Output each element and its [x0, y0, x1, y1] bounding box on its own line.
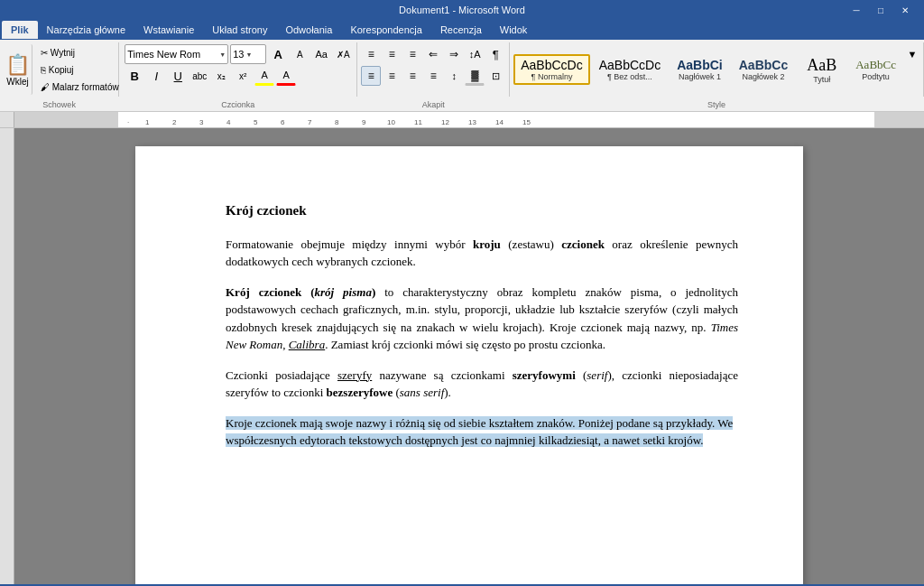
ribbon: 📋 Wklej ✂ Wytnij ⎘ Kopiuj 🖌 Malarz forma…	[0, 40, 924, 112]
menu-tab-odwolania[interactable]: Odwołania	[276, 21, 341, 39]
minimize-button[interactable]: ─	[845, 2, 868, 18]
subscript-button[interactable]: x₂	[211, 66, 231, 86]
show-marks-button[interactable]: ¶	[485, 44, 505, 64]
styles-more-button[interactable]: ▼	[905, 44, 919, 64]
menu-tab-plik[interactable]: Plik	[2, 21, 38, 39]
align-left-button[interactable]: ≡	[361, 66, 381, 86]
align-right-button[interactable]: ≡	[402, 66, 422, 86]
decrease-indent-button[interactable]: ⇐	[423, 44, 443, 64]
styles-group: AaBbCcDc ¶ Normalny AaBbCcDc ¶ Bez odst.…	[510, 42, 924, 97]
ruler-right-margin	[874, 112, 924, 127]
menu-tab-korespondencja[interactable]: Korespondencja	[341, 21, 431, 39]
style-heading2[interactable]: AaBbCc Nagłówek 2	[732, 54, 795, 85]
style-no-spacing-preview: AaBbCcDc	[599, 58, 661, 72]
font-group: Times New Rom ▼ 13 ▼ A A Aa ✗A B I U abc…	[119, 42, 357, 97]
menu-bar: Plik Narzędzia główne Wstawianie Układ s…	[0, 20, 924, 40]
doc-para3-text: Czcionki posiadające szeryfy nazywane są…	[226, 368, 738, 400]
style-title-preview: AaB	[807, 56, 836, 75]
window-controls: ─ □ ✕	[845, 2, 917, 18]
page-scroll[interactable]: Krój czcionek Formatowanie obejmuje międ…	[14, 128, 924, 584]
paste-button[interactable]: 📋 Wklej	[4, 44, 32, 95]
font-grow-button[interactable]: A	[268, 44, 288, 64]
menu-tab-wstawianie[interactable]: Wstawianie	[134, 21, 203, 39]
ruler-area: · 1 2 3 4 5 6 7 8 9 10 11 12 13 14 15	[0, 112, 924, 128]
doc-para2-bold: Krój czcionek (krój pisma)	[226, 285, 375, 299]
style-no-spacing-label: ¶ Bez odst...	[607, 72, 652, 81]
document-page[interactable]: Krój czcionek Formatowanie obejmuje międ…	[135, 146, 803, 584]
font-name-caret-icon: ▼	[219, 51, 226, 58]
style-subtitle-label: Podtytu	[862, 72, 890, 81]
shading-button[interactable]: ▓	[465, 66, 485, 86]
strikethrough-button[interactable]: abc	[189, 66, 209, 86]
doc-para1: Formatowanie obejmuje między innymi wybó…	[226, 236, 738, 271]
clipboard-label: Schowek	[42, 100, 76, 109]
font-size-value: 13	[233, 49, 244, 60]
style-normal-preview: AaBbCcDc	[521, 58, 582, 72]
font-size-dropdown[interactable]: 13 ▼	[230, 44, 266, 64]
style-heading1-label: Nagłówek 1	[679, 72, 721, 81]
menu-tab-widok[interactable]: Widok	[491, 21, 537, 39]
style-no-spacing[interactable]: AaBbCcDc ¶ Bez odst...	[592, 54, 668, 85]
copy-button[interactable]: ⎘ Kopiuj	[36, 61, 124, 78]
style-heading2-label: Nagłówek 2	[742, 72, 784, 81]
style-heading2-preview: AaBbCc	[739, 58, 788, 72]
bullets-button[interactable]: ≡	[361, 44, 381, 64]
doc-para4: Kroje czcionek mają swoje nazwy i różnią…	[226, 416, 733, 448]
font-color-button[interactable]: A	[276, 66, 296, 86]
ruler-corner	[0, 112, 14, 127]
close-button[interactable]: ✕	[893, 2, 917, 18]
clipboard-group: 📋 Wklej ✂ Wytnij ⎘ Kopiuj 🖌 Malarz forma…	[0, 42, 119, 97]
doc-para2: Krój czcionek (krój pisma) to charaktery…	[226, 284, 738, 354]
paragraph-group-label: Akapit	[422, 100, 445, 109]
sort-button[interactable]: ↕A	[465, 44, 485, 64]
change-case-button[interactable]: Aa	[311, 44, 331, 64]
styles-group-label: Style	[707, 100, 725, 109]
style-heading1-preview: AaBbCi	[677, 58, 723, 72]
underline-button[interactable]: U	[168, 66, 188, 86]
ruler-left-margin	[14, 112, 118, 127]
font-shrink-button[interactable]: A	[290, 44, 310, 64]
menu-tab-narzedzia[interactable]: Narzędzia główne	[38, 21, 134, 39]
paragraph-group: ≡ ≡ ≡ ⇐ ⇒ ↕A ¶ ≡ ≡ ≡ ≡ ↕ ▓ ⊡ Akapit	[357, 42, 510, 97]
text-highlight-button[interactable]: A	[254, 66, 274, 86]
style-normal-label: ¶ Normalny	[531, 72, 573, 81]
superscript-button[interactable]: x²	[233, 66, 253, 86]
borders-button[interactable]: ⊡	[485, 66, 505, 86]
font-size-caret-icon: ▼	[246, 51, 253, 58]
vertical-ruler	[0, 128, 14, 584]
doc-para4-container: Kroje czcionek mają swoje nazwy i różnią…	[226, 414, 738, 450]
multilevel-button[interactable]: ≡	[402, 44, 422, 64]
align-center-button[interactable]: ≡	[382, 66, 402, 86]
numbering-button[interactable]: ≡	[382, 44, 402, 64]
paste-icon: 📋	[5, 53, 30, 77]
line-spacing-button[interactable]: ↕	[444, 66, 464, 86]
clear-format-button[interactable]: ✗A	[333, 44, 353, 64]
bold-button[interactable]: B	[125, 66, 144, 86]
title-bar: Dokument1 - Microsoft Word ─ □ ✕	[0, 0, 924, 20]
menu-tab-uklad[interactable]: Układ strony	[203, 21, 276, 39]
font-group-label: Czcionka	[221, 100, 254, 109]
font-name-dropdown[interactable]: Times New Rom ▼	[125, 44, 228, 64]
window-title: Dokument1 - Microsoft Word	[79, 5, 845, 15]
style-subtitle-preview: AaBbCc	[855, 58, 896, 72]
content-area: Krój czcionek Formatowanie obejmuje międ…	[0, 128, 924, 584]
style-subtitle[interactable]: AaBbCc Podtytu	[848, 54, 903, 85]
style-title-label: Tytuł	[813, 75, 830, 84]
italic-button[interactable]: I	[146, 66, 166, 86]
increase-indent-button[interactable]: ⇒	[444, 44, 464, 64]
style-title[interactable]: AaB Tytuł	[797, 52, 846, 88]
style-heading1[interactable]: AaBbCi Nagłówek 1	[670, 54, 730, 85]
ruler-active: · 1 2 3 4 5 6 7 8 9 10 11 12 13 14 15	[118, 112, 874, 127]
paste-label: Wklej	[6, 77, 28, 87]
doc-para3: Czcionki posiadające szeryfy nazywane są…	[226, 367, 738, 402]
format-painter-button[interactable]: 🖌 Malarz formatów	[36, 79, 124, 95]
clipboard-small-buttons: ✂ Wytnij ⎘ Kopiuj 🖌 Malarz formatów	[32, 44, 124, 95]
style-normal[interactable]: AaBbCcDc ¶ Normalny	[513, 54, 589, 85]
doc-para1-text1: Formatowanie obejmuje między innymi wybó…	[226, 237, 738, 269]
menu-tab-recenzja[interactable]: Recenzja	[431, 21, 491, 39]
maximize-button[interactable]: □	[869, 2, 892, 18]
cut-button[interactable]: ✂ Wytnij	[36, 44, 124, 60]
justify-button[interactable]: ≡	[423, 66, 443, 86]
doc-heading: Krój czcionek	[226, 200, 738, 221]
font-name-value: Times New Rom	[127, 49, 217, 60]
